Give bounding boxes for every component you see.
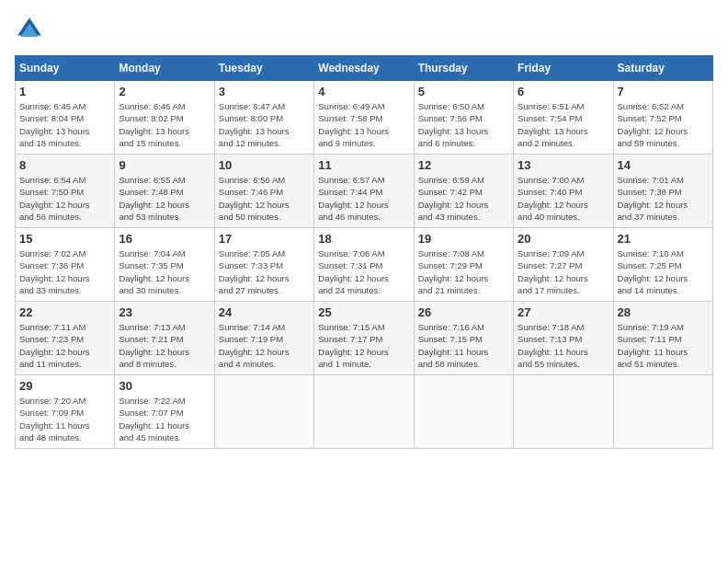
- col-header-tuesday: Tuesday: [214, 56, 313, 81]
- col-header-thursday: Thursday: [414, 56, 513, 81]
- day-number: 5: [418, 85, 509, 98]
- day-info: Sunrise: 7:15 AM Sunset: 7:17 PM Dayligh…: [318, 321, 409, 370]
- calendar-week-5: 29Sunrise: 7:20 AM Sunset: 7:09 PM Dayli…: [16, 375, 713, 449]
- col-header-saturday: Saturday: [613, 56, 712, 81]
- calendar-cell: 14Sunrise: 7:01 AM Sunset: 7:38 PM Dayli…: [613, 155, 712, 228]
- calendar-cell: 9Sunrise: 6:55 AM Sunset: 7:48 PM Daylig…: [115, 155, 214, 228]
- day-number: 14: [618, 158, 709, 172]
- day-info: Sunrise: 7:10 AM Sunset: 7:25 PM Dayligh…: [618, 247, 709, 296]
- day-number: 11: [318, 158, 409, 172]
- day-number: 24: [219, 305, 310, 319]
- calendar-cell: 3Sunrise: 6:47 AM Sunset: 8:00 PM Daylig…: [214, 81, 313, 155]
- calendar-cell: 30Sunrise: 7:22 AM Sunset: 7:07 PM Dayli…: [115, 375, 214, 449]
- day-info: Sunrise: 7:11 AM Sunset: 7:23 PM Dayligh…: [19, 321, 110, 370]
- day-info: Sunrise: 6:46 AM Sunset: 8:02 PM Dayligh…: [119, 100, 210, 149]
- day-info: Sunrise: 6:52 AM Sunset: 7:52 PM Dayligh…: [618, 100, 709, 149]
- calendar-cell: 6Sunrise: 6:51 AM Sunset: 7:54 PM Daylig…: [514, 81, 613, 155]
- day-info: Sunrise: 7:02 AM Sunset: 7:36 PM Dayligh…: [19, 247, 110, 296]
- calendar-cell: 19Sunrise: 7:08 AM Sunset: 7:29 PM Dayli…: [414, 228, 513, 302]
- day-info: Sunrise: 7:09 AM Sunset: 7:27 PM Dayligh…: [518, 247, 609, 296]
- day-number: 7: [618, 85, 709, 98]
- col-header-wednesday: Wednesday: [314, 56, 414, 81]
- calendar-cell: [414, 375, 513, 449]
- day-info: Sunrise: 7:19 AM Sunset: 7:11 PM Dayligh…: [618, 321, 709, 370]
- calendar-cell: 26Sunrise: 7:16 AM Sunset: 7:15 PM Dayli…: [414, 302, 513, 375]
- day-number: 23: [119, 305, 210, 319]
- col-header-sunday: Sunday: [16, 56, 115, 81]
- day-number: 6: [518, 85, 609, 98]
- day-info: Sunrise: 7:08 AM Sunset: 7:29 PM Dayligh…: [418, 247, 509, 296]
- calendar-cell: 18Sunrise: 7:06 AM Sunset: 7:31 PM Dayli…: [314, 228, 414, 302]
- calendar-cell: 27Sunrise: 7:18 AM Sunset: 7:13 PM Dayli…: [514, 302, 613, 375]
- calendar-cell: 11Sunrise: 6:57 AM Sunset: 7:44 PM Dayli…: [314, 155, 414, 228]
- day-number: 2: [119, 85, 210, 98]
- col-header-monday: Monday: [115, 56, 214, 81]
- day-number: 1: [19, 85, 110, 98]
- calendar-cell: 21Sunrise: 7:10 AM Sunset: 7:25 PM Dayli…: [613, 228, 712, 302]
- day-info: Sunrise: 7:05 AM Sunset: 7:33 PM Dayligh…: [219, 247, 310, 296]
- day-info: Sunrise: 7:20 AM Sunset: 7:09 PM Dayligh…: [19, 395, 110, 443]
- calendar-cell: 4Sunrise: 6:49 AM Sunset: 7:58 PM Daylig…: [314, 81, 414, 155]
- calendar-cell: [514, 375, 613, 449]
- calendar-cell: 24Sunrise: 7:14 AM Sunset: 7:19 PM Dayli…: [214, 302, 313, 375]
- logo: [15, 15, 48, 44]
- day-number: 18: [318, 232, 409, 246]
- day-info: Sunrise: 7:16 AM Sunset: 7:15 PM Dayligh…: [418, 321, 509, 370]
- day-number: 16: [119, 232, 210, 246]
- calendar-cell: 12Sunrise: 6:59 AM Sunset: 7:42 PM Dayli…: [414, 155, 513, 228]
- day-info: Sunrise: 6:47 AM Sunset: 8:00 PM Dayligh…: [219, 100, 310, 149]
- day-number: 30: [119, 379, 210, 393]
- calendar-cell: 10Sunrise: 6:56 AM Sunset: 7:46 PM Dayli…: [214, 155, 313, 228]
- calendar-cell: 7Sunrise: 6:52 AM Sunset: 7:52 PM Daylig…: [613, 81, 712, 155]
- day-info: Sunrise: 6:59 AM Sunset: 7:42 PM Dayligh…: [418, 174, 509, 223]
- calendar-week-1: 1Sunrise: 6:45 AM Sunset: 8:04 PM Daylig…: [16, 81, 713, 155]
- day-number: 17: [219, 232, 310, 246]
- calendar-cell: 28Sunrise: 7:19 AM Sunset: 7:11 PM Dayli…: [613, 302, 712, 375]
- day-number: 28: [618, 305, 709, 319]
- calendar-header-row: SundayMondayTuesdayWednesdayThursdayFrid…: [16, 56, 713, 81]
- day-info: Sunrise: 7:01 AM Sunset: 7:38 PM Dayligh…: [618, 174, 709, 223]
- calendar-week-3: 15Sunrise: 7:02 AM Sunset: 7:36 PM Dayli…: [16, 228, 713, 302]
- day-number: 13: [518, 158, 609, 172]
- day-info: Sunrise: 7:00 AM Sunset: 7:40 PM Dayligh…: [518, 174, 609, 223]
- day-number: 15: [19, 232, 110, 246]
- day-number: 21: [618, 232, 709, 246]
- day-number: 27: [518, 305, 609, 319]
- day-number: 4: [318, 85, 409, 98]
- calendar-cell: 16Sunrise: 7:04 AM Sunset: 7:35 PM Dayli…: [115, 228, 214, 302]
- calendar-cell: 20Sunrise: 7:09 AM Sunset: 7:27 PM Dayli…: [514, 228, 613, 302]
- day-info: Sunrise: 6:56 AM Sunset: 7:46 PM Dayligh…: [219, 174, 310, 223]
- calendar-cell: [214, 375, 313, 449]
- day-number: 29: [19, 379, 110, 393]
- calendar-cell: [314, 375, 414, 449]
- day-number: 10: [219, 158, 310, 172]
- day-number: 9: [119, 158, 210, 172]
- day-info: Sunrise: 6:45 AM Sunset: 8:04 PM Dayligh…: [19, 100, 110, 149]
- day-number: 8: [19, 158, 110, 172]
- day-info: Sunrise: 7:04 AM Sunset: 7:35 PM Dayligh…: [119, 247, 210, 296]
- calendar-cell: 23Sunrise: 7:13 AM Sunset: 7:21 PM Dayli…: [115, 302, 214, 375]
- calendar-cell: 25Sunrise: 7:15 AM Sunset: 7:17 PM Dayli…: [314, 302, 414, 375]
- day-info: Sunrise: 7:06 AM Sunset: 7:31 PM Dayligh…: [318, 247, 409, 296]
- day-number: 12: [418, 158, 509, 172]
- day-number: 25: [318, 305, 409, 319]
- calendar-cell: 5Sunrise: 6:50 AM Sunset: 7:56 PM Daylig…: [414, 81, 513, 155]
- day-info: Sunrise: 7:14 AM Sunset: 7:19 PM Dayligh…: [219, 321, 310, 370]
- logo-icon: [15, 15, 44, 44]
- calendar-cell: 8Sunrise: 6:54 AM Sunset: 7:50 PM Daylig…: [16, 155, 115, 228]
- calendar-cell: 13Sunrise: 7:00 AM Sunset: 7:40 PM Dayli…: [514, 155, 613, 228]
- calendar-cell: 22Sunrise: 7:11 AM Sunset: 7:23 PM Dayli…: [16, 302, 115, 375]
- day-info: Sunrise: 7:13 AM Sunset: 7:21 PM Dayligh…: [119, 321, 210, 370]
- day-number: 19: [418, 232, 509, 246]
- calendar-cell: [613, 375, 712, 449]
- day-number: 22: [19, 305, 110, 319]
- day-number: 26: [418, 305, 509, 319]
- calendar-cell: 29Sunrise: 7:20 AM Sunset: 7:09 PM Dayli…: [16, 375, 115, 449]
- day-number: 3: [219, 85, 310, 98]
- calendar-cell: 15Sunrise: 7:02 AM Sunset: 7:36 PM Dayli…: [16, 228, 115, 302]
- calendar-table: SundayMondayTuesdayWednesdayThursdayFrid…: [15, 55, 713, 449]
- day-info: Sunrise: 7:22 AM Sunset: 7:07 PM Dayligh…: [119, 395, 210, 443]
- col-header-friday: Friday: [514, 56, 613, 81]
- calendar-cell: 17Sunrise: 7:05 AM Sunset: 7:33 PM Dayli…: [214, 228, 313, 302]
- day-info: Sunrise: 6:51 AM Sunset: 7:54 PM Dayligh…: [518, 100, 609, 149]
